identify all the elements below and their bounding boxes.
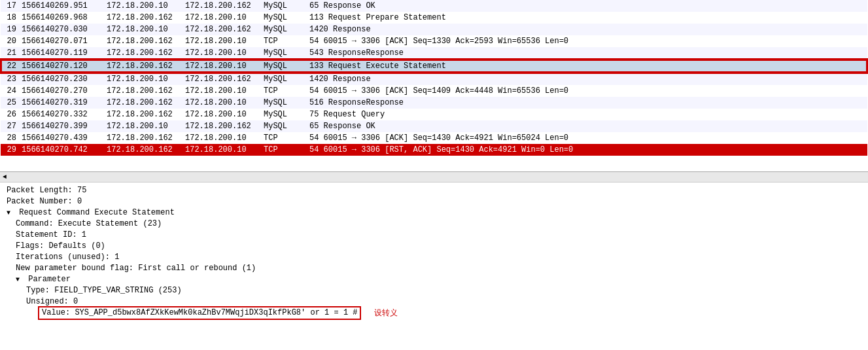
parameter-section-label: Parameter (28, 275, 71, 284)
flags-label: Flags: Defaults (0) (16, 241, 105, 251)
packet-length-label: Packet Length: 75 (7, 186, 86, 195)
command-line: Command: Execute Statement (23) (5, 219, 863, 230)
type-label: Type: FIELD_TYPE_VAR_STRING (253) (26, 286, 182, 295)
packet-number-label: Packet Number: 0 (7, 197, 82, 206)
type-line: Type: FIELD_TYPE_VAR_STRING (253) (5, 285, 863, 296)
packet-detail-section: Packet Length: 75 Packet Number: 0 ▼ Req… (0, 183, 868, 350)
table-row[interactable]: 251566140270.319172.18.200.162172.18.200… (1, 97, 867, 109)
value-label: Value: SYS_APP_d5bwx8AfZXkKewMk0kaZhBv7M… (42, 308, 357, 317)
table-row[interactable]: 191566140270.030172.18.200.10172.18.200.… (1, 24, 867, 35)
flags-line: Flags: Defaults (0) (5, 241, 863, 252)
table-row[interactable]: 181566140269.968172.18.200.162172.18.200… (1, 12, 867, 24)
parameter-section-line[interactable]: ▼ Parameter (5, 274, 863, 285)
table-row[interactable]: 291566140270.742172.18.200.162172.18.200… (1, 144, 867, 156)
packet-list-section: 171566140269.951172.18.200.10172.18.200.… (0, 0, 868, 172)
statement-id-line: Statement ID: 1 (5, 230, 863, 241)
annotation-text: 设转义 (374, 307, 398, 319)
request-section-line[interactable]: ▼ Request Command Execute Statement (5, 207, 863, 219)
request-section-label: Request Command Execute Statement (19, 208, 175, 217)
table-row[interactable]: 281566140270.439172.18.200.162172.18.200… (1, 132, 867, 144)
new-param-label: New parameter bound flag: First call or … (16, 264, 256, 273)
packet-number-line: Packet Number: 0 (5, 196, 863, 207)
value-box: Value: SYS_APP_d5bwx8AfZXkKewMk0kaZhBv7M… (38, 306, 361, 320)
table-row[interactable]: 241566140270.270172.18.200.162172.18.200… (1, 85, 867, 97)
unsigned-label: Unsigned: 0 (26, 297, 78, 306)
table-row[interactable]: 271566140270.399172.18.200.10172.18.200.… (1, 120, 867, 132)
table-row[interactable]: 201566140270.071172.18.200.162172.18.200… (1, 35, 867, 47)
table-row[interactable]: 221566140270.120172.18.200.162172.18.200… (1, 60, 867, 73)
new-param-line: New parameter bound flag: First call or … (5, 263, 863, 274)
packet-length-line: Packet Length: 75 (5, 185, 863, 196)
statement-id-label: Statement ID: 1 (16, 230, 86, 239)
packet-table: 171566140269.951172.18.200.10172.18.200.… (0, 0, 868, 156)
scroll-indicator[interactable]: ◄ (0, 172, 868, 183)
table-row[interactable]: 211566140270.119172.18.200.162172.18.200… (1, 47, 867, 60)
value-line: Value: SYS_APP_d5bwx8AfZXkKewMk0kaZhBv7M… (5, 307, 863, 319)
iterations-line: Iterations (unused): 1 (5, 252, 863, 263)
expand-arrow-2[interactable]: ▼ (16, 274, 24, 285)
expand-arrow[interactable]: ▼ (7, 207, 14, 219)
command-label: Command: Execute Statement (23) (16, 219, 162, 228)
iterations-label: Iterations (unused): 1 (16, 253, 119, 262)
table-row[interactable]: 171566140269.951172.18.200.10172.18.200.… (1, 0, 867, 12)
scroll-left-icon[interactable]: ◄ (3, 173, 7, 181)
table-row[interactable]: 261566140270.332172.18.200.162172.18.200… (1, 109, 867, 120)
table-row[interactable]: 231566140270.230172.18.200.10172.18.200.… (1, 73, 867, 85)
